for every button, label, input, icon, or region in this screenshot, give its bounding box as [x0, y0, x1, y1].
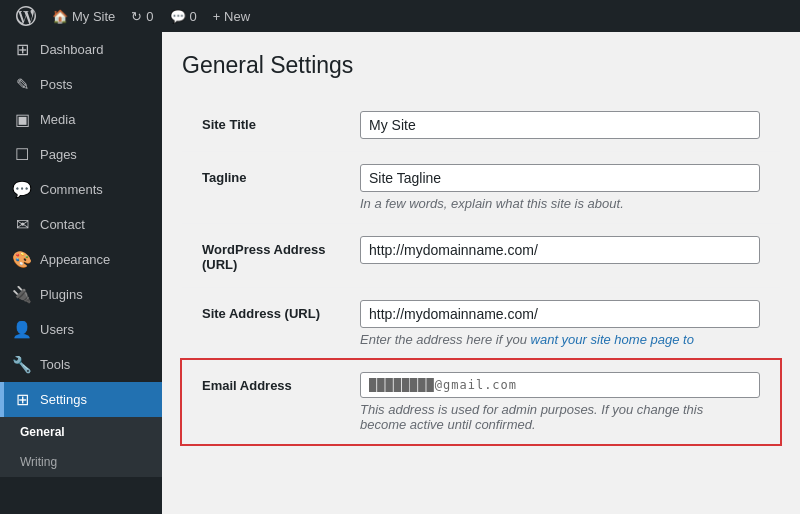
sidebar-item-users[interactable]: 👤 Users: [0, 312, 162, 347]
page-title: General Settings: [182, 52, 780, 79]
sidebar-subitem-general[interactable]: General: [0, 417, 162, 447]
wp-logo-item[interactable]: [8, 0, 44, 32]
tagline-input[interactable]: [360, 164, 760, 192]
posts-icon: ✎: [12, 75, 32, 94]
sidebar-item-label: Tools: [40, 357, 70, 372]
sidebar: ⊞ Dashboard ✎ Posts ▣ Media ☐ Pages 💬 Co…: [0, 32, 162, 514]
settings-form: Site Title Tagline In a few words, expla…: [182, 99, 780, 444]
updates-count: 0: [146, 9, 153, 24]
sidebar-item-comments[interactable]: 💬 Comments: [0, 172, 162, 207]
comments-icon: 💬: [170, 9, 186, 24]
site-address-row: Site Address (URL) Enter the address her…: [182, 288, 780, 360]
sidebar-subitem-label: General: [20, 425, 65, 439]
sidebar-item-contact[interactable]: ✉ Contact: [0, 207, 162, 242]
sidebar-item-label: Posts: [40, 77, 73, 92]
sidebar-item-label: Pages: [40, 147, 77, 162]
appearance-icon: 🎨: [12, 250, 32, 269]
home-icon: 🏠: [52, 9, 68, 24]
my-site-item[interactable]: 🏠 My Site: [44, 0, 123, 32]
media-icon: ▣: [12, 110, 32, 129]
tagline-description: In a few words, explain what this site i…: [360, 196, 760, 211]
wp-address-input[interactable]: [360, 236, 760, 264]
sidebar-item-settings[interactable]: ⊞ Settings: [0, 382, 162, 417]
tagline-label: Tagline: [202, 170, 247, 185]
plugins-icon: 🔌: [12, 285, 32, 304]
sidebar-item-dashboard[interactable]: ⊞ Dashboard: [0, 32, 162, 67]
my-site-label: My Site: [72, 9, 115, 24]
wp-logo-icon: [16, 6, 36, 26]
sidebar-item-label: Dashboard: [40, 42, 104, 57]
sidebar-item-pages[interactable]: ☐ Pages: [0, 137, 162, 172]
dashboard-icon: ⊞: [12, 40, 32, 59]
comments-nav-icon: 💬: [12, 180, 32, 199]
site-address-input[interactable]: [360, 300, 760, 328]
content-area: General Settings Site Title Tagline In a…: [162, 32, 800, 514]
updates-icon: ↻: [131, 9, 142, 24]
sidebar-item-label: Contact: [40, 217, 85, 232]
admin-bar: 🏠 My Site ↻ 0 💬 0 + New: [0, 0, 800, 32]
sidebar-item-plugins[interactable]: 🔌 Plugins: [0, 277, 162, 312]
sidebar-item-label: Users: [40, 322, 74, 337]
email-description: This address is used for admin purposes.…: [360, 402, 760, 432]
email-address-label: Email Address: [202, 378, 292, 393]
email-address-row: Email Address This address is used for a…: [182, 360, 780, 445]
sidebar-item-media[interactable]: ▣ Media: [0, 102, 162, 137]
site-title-input[interactable]: [360, 111, 760, 139]
sidebar-item-label: Settings: [40, 392, 87, 407]
wp-address-row: WordPress Address (URL): [182, 224, 780, 288]
wp-address-label: WordPress Address (URL): [202, 242, 326, 272]
comments-count: 0: [190, 9, 197, 24]
site-title-label: Site Title: [202, 117, 256, 132]
settings-icon: ⊞: [12, 390, 32, 409]
tools-icon: 🔧: [12, 355, 32, 374]
sidebar-item-label: Plugins: [40, 287, 83, 302]
site-address-link[interactable]: want your site home page to: [531, 332, 694, 347]
pages-icon: ☐: [12, 145, 32, 164]
sidebar-item-tools[interactable]: 🔧 Tools: [0, 347, 162, 382]
site-title-row: Site Title: [182, 99, 780, 152]
users-icon: 👤: [12, 320, 32, 339]
contact-icon: ✉: [12, 215, 32, 234]
comments-item[interactable]: 💬 0: [162, 0, 205, 32]
new-item[interactable]: + New: [205, 0, 258, 32]
email-address-input[interactable]: [360, 372, 760, 398]
sidebar-subitem-writing[interactable]: Writing: [0, 447, 162, 477]
site-address-description: Enter the address here if you want your …: [360, 332, 760, 347]
updates-item[interactable]: ↻ 0: [123, 0, 161, 32]
new-label: + New: [213, 9, 250, 24]
sidebar-item-appearance[interactable]: 🎨 Appearance: [0, 242, 162, 277]
sidebar-item-label: Media: [40, 112, 75, 127]
sidebar-subitem-label: Writing: [20, 455, 57, 469]
tagline-row: Tagline In a few words, explain what thi…: [182, 152, 780, 224]
site-address-label: Site Address (URL): [202, 306, 320, 321]
sidebar-item-label: Comments: [40, 182, 103, 197]
sidebar-item-posts[interactable]: ✎ Posts: [0, 67, 162, 102]
sidebar-item-label: Appearance: [40, 252, 110, 267]
main-layout: ⊞ Dashboard ✎ Posts ▣ Media ☐ Pages 💬 Co…: [0, 32, 800, 514]
